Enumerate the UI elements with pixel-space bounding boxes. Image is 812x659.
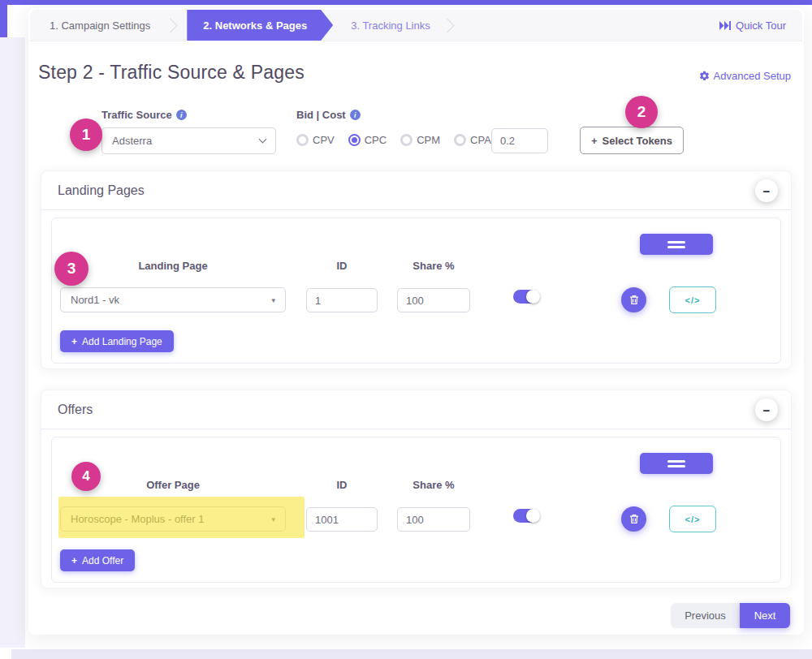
radio-circle-icon — [454, 134, 466, 146]
landing-enabled-toggle[interactable] — [513, 290, 538, 304]
bid-cost-input[interactable] — [491, 128, 548, 153]
info-icon[interactable]: i — [176, 110, 187, 120]
collapse-section-button[interactable]: − — [755, 179, 778, 202]
offer-share-input[interactable] — [397, 507, 470, 532]
advanced-setup-link[interactable]: Advanced Setup — [699, 70, 791, 82]
step-campaign-settings[interactable]: 1. Campaign Settings — [30, 10, 170, 41]
delete-offer-button[interactable] — [621, 506, 646, 532]
equals-icon — [667, 241, 685, 243]
annotation-badge-2: 2 — [625, 96, 658, 128]
caret-down-icon: ▾ — [271, 296, 275, 304]
bid-cost-label: Bid | Cost i — [296, 109, 361, 121]
page-title: Step 2 - Traffic Source & Pages — [38, 62, 304, 84]
landing-id-input[interactable] — [306, 288, 378, 312]
traffic-source-label: Traffic Source i — [102, 109, 187, 121]
annotation-badge-1: 1 — [70, 118, 102, 151]
code-icon: </> — [685, 295, 701, 305]
wizard-steps: 1. Campaign Settings 2. Networks & Pages… — [30, 10, 802, 41]
column-header-id: ID — [306, 479, 378, 491]
top-accent-bar — [0, 0, 812, 5]
column-header-landing-page: Landing Page — [60, 260, 286, 272]
traffic-source-value: Adsterra — [112, 135, 152, 147]
equals-icon — [667, 465, 685, 467]
plus-icon: + — [71, 555, 77, 566]
app-window: 1. Campaign Settings 2. Networks & Pages… — [0, 0, 812, 659]
add-landing-page-button[interactable]: + Add Landing Page — [60, 330, 174, 352]
sidebar-edge — [0, 0, 7, 37]
plus-icon: + — [591, 135, 598, 147]
radio-circle-icon — [348, 134, 361, 146]
column-header-id: ID — [306, 260, 378, 272]
advanced-setup-label: Advanced Setup — [714, 70, 791, 82]
landing-pages-title: Landing Pages — [58, 183, 145, 198]
offer-id-input[interactable] — [306, 507, 378, 532]
toggle-knob — [526, 290, 540, 304]
distribute-share-button[interactable] — [640, 453, 713, 474]
code-icon: </> — [685, 515, 701, 524]
trash-icon — [629, 514, 639, 524]
next-button[interactable]: Next — [740, 603, 790, 628]
offers-panel: Offer Page ID Share % Horoscope - Moplus… — [51, 437, 781, 583]
offer-code-button[interactable]: </> — [669, 506, 716, 532]
annotation-badge-4: 4 — [71, 462, 101, 491]
step-networks-pages[interactable]: 2. Networks & Pages — [187, 10, 333, 41]
landing-page-value: Nord1 - vk — [71, 294, 119, 306]
radio-circle-icon — [296, 134, 309, 146]
quick-tour-label: Quick Tour — [736, 19, 786, 32]
skip-forward-icon — [719, 21, 731, 30]
chevron-down-icon — [259, 136, 267, 144]
annotation-badge-3: 3 — [54, 252, 89, 286]
landing-pages-section: Landing Pages − Landing Page ID Share % … — [41, 170, 792, 369]
traffic-source-select[interactable]: Adsterra — [102, 127, 276, 154]
page-background-left — [0, 37, 25, 648]
minus-icon: − — [763, 184, 771, 198]
plus-icon: + — [71, 336, 77, 347]
radio-cpm[interactable]: CPM — [400, 134, 440, 146]
radio-cpc[interactable]: CPC — [348, 134, 387, 146]
toggle-knob — [526, 509, 540, 523]
landing-share-input[interactable] — [397, 288, 470, 312]
landing-pages-panel: Landing Page ID Share % Nord1 - vk ▾ </> — [51, 218, 781, 364]
landing-code-button[interactable]: </> — [669, 286, 716, 313]
add-offer-button[interactable]: + Add Offer — [60, 549, 135, 571]
offer-page-value: Horoscope - Moplus - offer 1 — [71, 513, 205, 525]
caret-down-icon: ▾ — [271, 515, 275, 523]
column-header-share: Share % — [397, 260, 470, 272]
bid-type-radio-group: CPV CPC CPM CPA — [296, 134, 491, 146]
radio-circle-icon — [400, 134, 412, 146]
trash-icon — [629, 295, 639, 305]
minus-icon: − — [763, 403, 771, 417]
landing-page-select[interactable]: Nord1 - vk ▾ — [60, 287, 286, 312]
radio-cpa[interactable]: CPA — [454, 134, 491, 146]
step-tracking-links[interactable]: 3. Tracking Links — [333, 10, 447, 41]
offers-header: Offers − — [41, 390, 791, 429]
info-icon[interactable]: i — [350, 110, 361, 120]
delete-landing-button[interactable] — [621, 287, 646, 312]
collapse-section-button[interactable]: − — [755, 398, 778, 421]
column-header-share: Share % — [397, 479, 470, 491]
distribute-share-button[interactable] — [640, 234, 713, 255]
offer-page-select[interactable]: Horoscope - Moplus - offer 1 ▾ — [60, 506, 286, 532]
gear-icon — [699, 71, 710, 81]
previous-button[interactable]: Previous — [671, 603, 740, 628]
select-tokens-button[interactable]: + Select Tokens — [580, 127, 684, 154]
offers-title: Offers — [58, 403, 93, 417]
landing-pages-header: Landing Pages − — [41, 171, 791, 210]
equals-icon — [667, 460, 685, 463]
quick-tour-link[interactable]: Quick Tour — [719, 10, 802, 41]
offers-section: Offers − Offer Page ID Share % Horoscope… — [41, 390, 792, 588]
radio-cpv[interactable]: CPV — [296, 134, 335, 146]
main-card: 1. Campaign Settings 2. Networks & Pages… — [28, 8, 804, 635]
equals-icon — [667, 246, 685, 248]
page-background-bottom — [11, 649, 812, 659]
offer-enabled-toggle[interactable] — [513, 509, 538, 523]
